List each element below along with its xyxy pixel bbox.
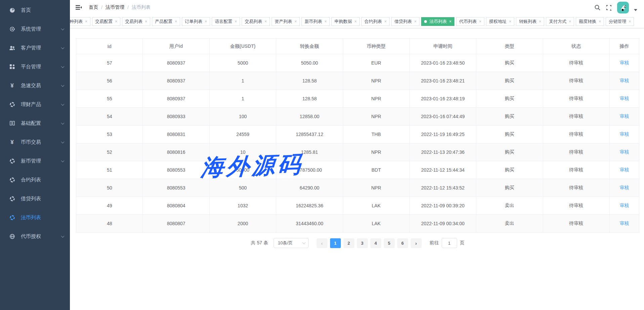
page-button[interactable]: 2	[344, 238, 354, 248]
close-icon[interactable]: ×	[414, 20, 416, 24]
table-cell-action: 审核	[610, 90, 639, 108]
page-button[interactable]: 6	[397, 238, 408, 248]
audit-link[interactable]: 审核	[620, 60, 629, 65]
close-icon[interactable]: ×	[175, 20, 177, 24]
close-icon[interactable]: ×	[539, 20, 541, 24]
table-cell: 12855437.12	[276, 126, 343, 143]
tab[interactable]: 转账列表×	[516, 17, 544, 26]
close-icon[interactable]: ×	[479, 20, 481, 24]
sidebar-item[interactable]: ¥币币交易	[0, 133, 70, 151]
audit-link[interactable]: 审核	[620, 220, 629, 226]
chevron-down-icon	[61, 140, 65, 143]
sidebar-item[interactable]: 系统管理	[0, 20, 70, 38]
tab[interactable]: 订单列表×	[182, 17, 210, 26]
sidebar-item[interactable]: 理财产品	[0, 95, 70, 114]
audit-link[interactable]: 审核	[620, 149, 629, 154]
sidebar-item[interactable]: 合约列表	[0, 170, 70, 189]
tab[interactable]: 交易配置×	[92, 17, 120, 26]
sidebar-item[interactable]: 法币列表	[0, 208, 70, 227]
search-icon[interactable]	[594, 4, 601, 11]
close-icon[interactable]: ×	[145, 20, 147, 24]
table-cell: 2022-11-19 16:49:25	[409, 126, 476, 143]
tab[interactable]: 合约列表×	[361, 17, 390, 26]
prev-page-button[interactable]: ‹	[317, 238, 327, 248]
breadcrumb-item[interactable]: 法币管理	[106, 4, 124, 10]
tab[interactable]: 申购数据×	[331, 17, 360, 26]
table-cell: 购买	[476, 108, 543, 126]
table-cell-action: 审核	[610, 54, 639, 72]
tab[interactable]: 语言配置×	[212, 17, 240, 26]
close-icon[interactable]: ×	[294, 20, 297, 24]
column-header: 金额(USDT)	[209, 39, 276, 54]
sidebar-collapse-button[interactable]	[75, 4, 82, 10]
tab[interactable]: 授权地址×	[486, 17, 514, 26]
table-cell: 100	[209, 108, 276, 126]
close-icon[interactable]: ×	[449, 20, 451, 24]
tab-label: 额度转换	[579, 19, 596, 25]
close-icon[interactable]: ×	[265, 20, 267, 24]
audit-link[interactable]: 审核	[620, 78, 629, 83]
table-cell: 2023-01-16 23:48:19	[409, 90, 476, 108]
audit-link[interactable]: 审核	[620, 167, 629, 172]
goto-input[interactable]	[442, 238, 457, 248]
sidebar-item[interactable]: 首页	[0, 1, 70, 20]
tab[interactable]: 支付方式×	[546, 17, 574, 26]
sidebar-item[interactable]: 客户管理	[0, 38, 70, 57]
sidebar-item[interactable]: 借贷列表	[0, 189, 70, 208]
avatar[interactable]	[617, 2, 629, 13]
table-cell: 卖出	[476, 197, 543, 215]
audit-link[interactable]: 审核	[620, 185, 629, 190]
close-icon[interactable]: ×	[569, 20, 571, 24]
tab-active[interactable]: 法币列表×	[421, 17, 454, 26]
table-cell-action: 审核	[610, 179, 639, 197]
table-cell: 64290.00	[276, 179, 343, 197]
active-dot	[424, 20, 427, 23]
audit-link[interactable]: 审核	[620, 96, 629, 101]
chevron-down-icon	[61, 121, 65, 125]
tab[interactable]: 额度转换×	[576, 17, 604, 26]
page-size-select[interactable]: 10条/页	[274, 238, 309, 248]
close-icon[interactable]: ×	[324, 20, 327, 24]
audit-link[interactable]: 审核	[620, 203, 629, 208]
sidebar-item[interactable]: 基础配置	[0, 114, 70, 133]
tab[interactable]: 借贷列表×	[391, 17, 419, 26]
close-icon[interactable]: ×	[85, 20, 87, 24]
sidebar-item[interactable]: ¥急速交易	[0, 76, 70, 95]
table-cell: 128.58	[276, 90, 343, 108]
page-button[interactable]: 5	[384, 238, 395, 248]
tab[interactable]: 新币列表×	[301, 17, 330, 26]
table-cell: 待审核	[543, 108, 609, 126]
audit-link[interactable]: 审核	[620, 113, 629, 119]
page-button-active[interactable]: 1	[330, 238, 341, 248]
close-icon[interactable]: ×	[629, 20, 631, 24]
caret-down-icon[interactable]	[634, 9, 637, 11]
close-icon[interactable]: ×	[354, 20, 357, 24]
fullscreen-icon[interactable]	[606, 4, 612, 11]
close-icon[interactable]: ×	[235, 20, 237, 24]
table-cell: 待审核	[543, 197, 609, 215]
close-icon[interactable]: ×	[205, 20, 207, 24]
sidebar-item[interactable]: 平台管理	[0, 57, 70, 76]
close-icon[interactable]: ×	[115, 20, 117, 24]
sidebar-item[interactable]: 新币管理	[0, 151, 70, 170]
next-page-button[interactable]: ›	[411, 238, 421, 248]
close-icon[interactable]: ×	[599, 20, 601, 24]
table-cell: 4787500.00	[276, 161, 343, 179]
close-icon[interactable]: ×	[384, 20, 387, 24]
tab[interactable]: 分销管理×	[606, 17, 634, 26]
tab[interactable]: 交易列表×	[242, 17, 270, 26]
tab[interactable]: 种列表×	[70, 17, 90, 26]
tab[interactable]: 交易列表×	[122, 17, 150, 26]
page-button[interactable]: 3	[357, 238, 368, 248]
breadcrumb-item[interactable]: 首页	[89, 4, 98, 10]
chevron-down-icon	[61, 46, 65, 49]
table-cell: 12858.00	[276, 108, 343, 126]
tab[interactable]: 产品配置×	[152, 17, 180, 26]
close-icon[interactable]: ×	[509, 20, 511, 24]
sidebar-item[interactable]: 代币授权	[0, 227, 70, 246]
page-button[interactable]: 4	[370, 238, 381, 248]
tab[interactable]: 资产列表×	[272, 17, 300, 26]
table-cell: 2000	[209, 215, 276, 233]
audit-link[interactable]: 审核	[620, 131, 629, 137]
tab[interactable]: 代币列表×	[456, 17, 484, 26]
